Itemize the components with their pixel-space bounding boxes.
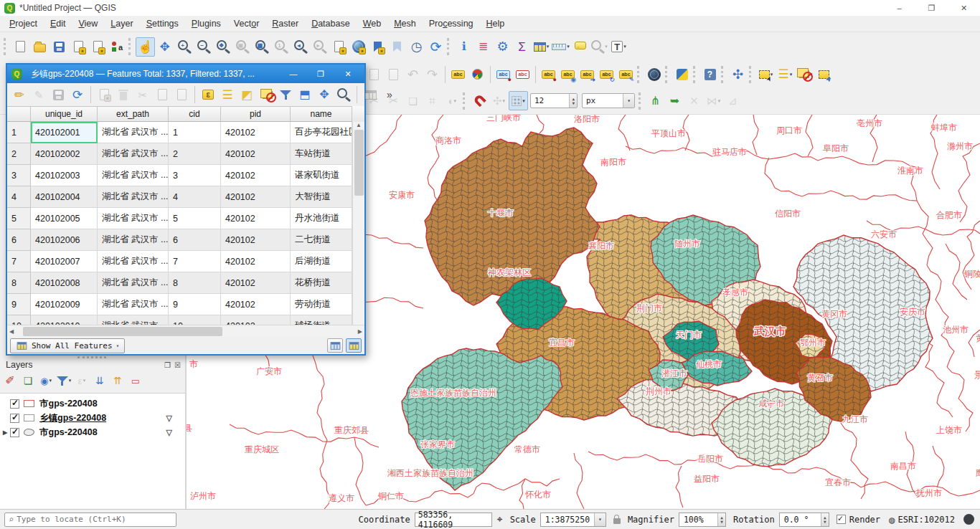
toggle-editing[interactable]: ✏ xyxy=(10,85,29,104)
cell[interactable]: 420102008 xyxy=(31,272,98,294)
cell[interactable]: 百步亭花园社区 xyxy=(291,122,352,143)
text-annotation[interactable]: T▾ xyxy=(609,37,628,57)
cell[interactable]: 420102002 xyxy=(31,143,98,165)
select-all[interactable]: ☰ xyxy=(218,85,237,104)
cell[interactable]: 丹水池街道 xyxy=(291,208,352,229)
open-attribute-table[interactable]: ▾ xyxy=(532,37,551,57)
zoom-to-selection[interactable] xyxy=(334,85,353,104)
cell[interactable]: 湖北省 武汉市 ... xyxy=(98,165,169,186)
project-save[interactable] xyxy=(50,37,69,57)
row-number[interactable]: 3 xyxy=(7,165,31,186)
project-new[interactable] xyxy=(11,37,30,57)
cell[interactable]: 湖北省 武汉市 ... xyxy=(98,186,169,208)
python-console[interactable] xyxy=(672,65,692,84)
field-calculator[interactable]: ≣ xyxy=(473,37,493,57)
row-number[interactable]: 1 xyxy=(7,122,31,143)
snapping-mode[interactable]: ▾ xyxy=(509,91,528,110)
cell[interactable]: 1 xyxy=(169,122,221,143)
cell[interactable]: 420102 xyxy=(221,143,291,165)
help-contents[interactable]: ? xyxy=(700,65,720,84)
scale-combo[interactable]: 1:3875250▾ xyxy=(540,513,606,527)
cell[interactable]: 6 xyxy=(169,229,221,251)
cell[interactable]: 420102003 xyxy=(31,165,98,186)
cell[interactable]: 湖北省 武汉市 xyxy=(98,315,169,325)
cell[interactable]: 9 xyxy=(169,294,221,315)
select-by-expression[interactable]: ε xyxy=(199,85,217,104)
cell[interactable]: 花桥街道 xyxy=(291,272,352,294)
menu-item-raster[interactable]: Raster xyxy=(265,16,305,31)
menu-item-vector[interactable]: Vector xyxy=(227,16,265,31)
menu-item-web[interactable]: Web xyxy=(357,16,387,31)
extents-icon[interactable]: ⌖ xyxy=(497,513,503,525)
corner-cell[interactable] xyxy=(7,106,31,122)
horizontal-scrollbar[interactable]: ◀▶ xyxy=(7,325,364,337)
cell[interactable]: 420102 xyxy=(221,315,291,325)
deselect-features[interactable]: ▾ xyxy=(795,65,814,84)
row-number[interactable]: 7 xyxy=(7,251,31,272)
column-header-name[interactable]: name xyxy=(291,106,352,122)
layer-diagram-options[interactable] xyxy=(468,65,487,84)
attr-maximize-button[interactable]: ❐ xyxy=(307,65,334,83)
locator-input[interactable] xyxy=(17,515,172,524)
select-features-by-value[interactable]: ☰▾ xyxy=(776,65,795,84)
cell[interactable]: 5 xyxy=(169,208,221,229)
close-button[interactable]: ✕ xyxy=(948,0,980,16)
row-number[interactable]: 4 xyxy=(7,186,31,208)
cell[interactable]: 10 xyxy=(169,315,221,325)
minimize-button[interactable]: – xyxy=(883,0,915,16)
cell[interactable]: 大智街道 xyxy=(291,186,352,208)
column-header-pid[interactable]: pid xyxy=(221,106,291,122)
cell[interactable]: 湖北省 武汉市 ... xyxy=(98,122,169,143)
attribute-window-titlebar[interactable]: Q 乡镇gps-220408 — Features Total: 1337, F… xyxy=(7,65,364,83)
deselect-all[interactable] xyxy=(257,85,275,104)
select-features[interactable]: ▾ xyxy=(756,65,776,84)
measure-line[interactable]: ▾ xyxy=(551,37,570,57)
rotation-spin[interactable]: 0.0 °▲▼ xyxy=(779,513,829,527)
layer-item-2[interactable]: ▶市gps-220408▽ xyxy=(0,425,185,439)
identify-features[interactable]: ℹ xyxy=(454,37,473,57)
vertical-scrollbar[interactable]: ▲ xyxy=(352,122,364,325)
snapping-tolerance[interactable]: 12▲▼ xyxy=(530,93,578,108)
cell[interactable]: 4 xyxy=(169,186,221,208)
cell[interactable]: 3 xyxy=(169,165,221,186)
menu-item-database[interactable]: Database xyxy=(305,16,357,31)
cell[interactable]: 7 xyxy=(169,251,221,272)
show-hide-labels[interactable]: abc◉ xyxy=(558,65,578,84)
menu-item-edit[interactable]: Edit xyxy=(44,16,72,31)
cell[interactable]: 湖北省 武汉市 ... xyxy=(98,272,169,294)
zoom-out[interactable]: − xyxy=(194,37,213,57)
layer-filter-icon[interactable]: ▽ xyxy=(166,414,172,423)
layer-item-1[interactable]: 乡镇gps-220408▽ xyxy=(0,411,185,425)
row-number[interactable]: 6 xyxy=(7,229,31,251)
zoom-full[interactable]: ❖ xyxy=(213,37,232,57)
cell[interactable]: 后湖街道 xyxy=(291,251,352,272)
zoom-in[interactable]: + xyxy=(174,37,194,57)
row-number[interactable]: 5 xyxy=(7,208,31,229)
column-header-ext_path[interactable]: ext_path xyxy=(98,106,169,122)
hscroll-thumb[interactable] xyxy=(23,327,222,336)
map-tips[interactable] xyxy=(570,37,590,57)
layer-filter-icon[interactable]: ▽ xyxy=(166,428,172,437)
invert-selection[interactable]: ◩ xyxy=(237,85,256,104)
attr-close-button[interactable]: ✕ xyxy=(334,65,362,83)
layer-name[interactable]: 市gps-220408 xyxy=(39,426,98,439)
cell[interactable]: 420102004 xyxy=(31,186,98,208)
move-selection-to-top[interactable]: ⬒ xyxy=(296,85,314,104)
cell[interactable]: 420102 xyxy=(221,186,291,208)
menu-item-help[interactable]: Help xyxy=(480,16,512,31)
layer-checkbox[interactable] xyxy=(10,414,19,423)
cell[interactable]: 湖北省 武汉市 ... xyxy=(98,143,169,165)
cell[interactable]: 420102 xyxy=(221,122,291,143)
select-by-location[interactable]: ▼ xyxy=(814,65,834,84)
layer-labeling-options[interactable]: abc xyxy=(448,65,468,84)
column-header-cid[interactable]: cid xyxy=(169,106,221,122)
coordinate-value[interactable]: 583356, 4116609 xyxy=(415,513,492,527)
cell[interactable]: 420102 xyxy=(221,272,291,294)
layer-checkbox[interactable] xyxy=(10,399,19,409)
vscroll-thumb[interactable] xyxy=(354,130,364,196)
style-manager[interactable]: a xyxy=(108,37,127,57)
remove-layer[interactable]: ▭ xyxy=(127,373,144,389)
filter-form[interactable] xyxy=(276,85,295,104)
locator-box[interactable]: ⌕ xyxy=(4,513,176,527)
show-spatial-bookmarks[interactable] xyxy=(387,37,407,57)
